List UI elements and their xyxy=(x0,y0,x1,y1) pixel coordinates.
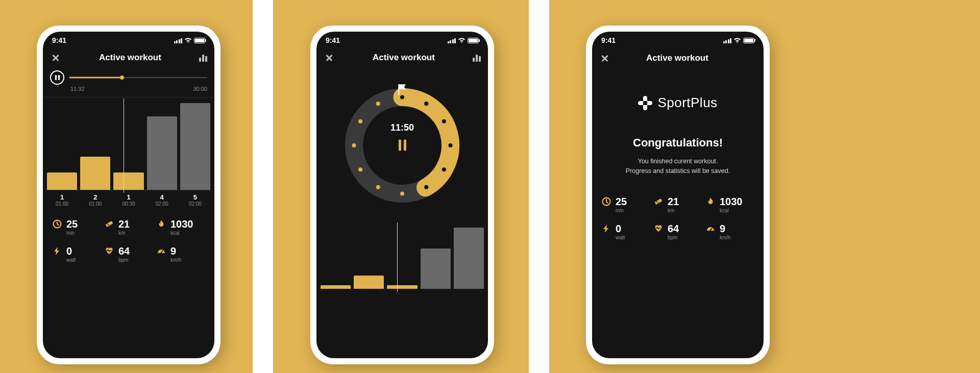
chart-tick: 402:00 xyxy=(147,193,177,207)
bolt-icon xyxy=(52,246,62,256)
interval-chart-mini xyxy=(321,228,484,289)
plus-icon xyxy=(638,96,652,110)
chart-bar xyxy=(321,285,351,289)
signal-icon xyxy=(174,38,183,43)
phone-mockup-3: 9:41 Active workout SportPlus xyxy=(586,26,770,364)
svg-point-13 xyxy=(352,143,356,147)
status-bar: 9:41 xyxy=(43,32,214,46)
wifi-icon xyxy=(184,37,192,43)
svg-point-8 xyxy=(442,167,446,171)
pause-icon[interactable] xyxy=(398,139,406,151)
svg-point-5 xyxy=(424,102,428,106)
page-title: Active workout xyxy=(99,53,161,63)
svg-point-6 xyxy=(442,119,446,123)
svg-point-11 xyxy=(376,185,380,189)
app-header: Active workout xyxy=(592,46,764,69)
stat-clock: 25min xyxy=(52,219,101,236)
chart-bar xyxy=(387,285,417,289)
close-icon[interactable] xyxy=(50,52,61,63)
battery-icon xyxy=(743,38,754,43)
clock-icon xyxy=(52,219,62,229)
svg-point-14 xyxy=(358,119,362,123)
status-indicators xyxy=(448,37,479,43)
congrats-text: You finished curent workout. Progress an… xyxy=(592,157,764,176)
flame-icon xyxy=(156,219,166,229)
stat-speed: 9km/h xyxy=(156,246,205,263)
stat-heart: 64bpm xyxy=(104,246,153,263)
chart-toggle-icon[interactable] xyxy=(199,54,207,62)
svg-point-4 xyxy=(400,95,404,99)
chart-toggle-icon[interactable] xyxy=(473,54,481,62)
app-header: Active workout xyxy=(43,46,214,68)
svg-point-7 xyxy=(448,143,452,147)
heart-icon xyxy=(104,246,114,256)
status-indicators xyxy=(174,37,206,43)
stat-clock: 25min xyxy=(601,196,650,213)
chart-bar xyxy=(180,103,210,190)
ruler-icon xyxy=(653,196,664,207)
signal-icon xyxy=(723,38,732,43)
speed-icon xyxy=(705,223,716,234)
battery-icon xyxy=(468,38,479,43)
status-bar: 9:41 xyxy=(592,32,764,46)
chart-tick: 502:00 xyxy=(180,193,210,207)
chart-tick: 101:00 xyxy=(47,193,77,207)
stat-flame: 1030kcal xyxy=(705,196,754,213)
status-time: 9:41 xyxy=(326,36,340,44)
heart-icon xyxy=(653,223,664,234)
chart-bar xyxy=(47,172,77,190)
progress-current: 11:32 xyxy=(70,86,85,92)
ring-time: 11:50 xyxy=(390,122,414,133)
chart-bar xyxy=(113,172,143,190)
brand-logo: SportPlus xyxy=(592,95,764,111)
wifi-icon xyxy=(733,37,741,43)
flame-icon xyxy=(705,196,716,207)
clock-icon xyxy=(601,196,611,207)
status-bar: 9:41 xyxy=(316,32,488,46)
stat-ruler: 21km xyxy=(653,196,702,213)
chart-bar xyxy=(454,228,484,289)
phone-mockup-1: 9:41 Active workout xyxy=(37,26,220,364)
progress-slider[interactable] xyxy=(69,72,207,83)
stat-bolt: 0watt xyxy=(601,223,650,240)
interval-chart xyxy=(47,104,210,190)
page-title: Active workout xyxy=(646,53,708,63)
congrats-title: Congratulations! xyxy=(592,136,764,150)
ruler-icon xyxy=(104,219,114,229)
svg-point-10 xyxy=(400,191,404,195)
stat-heart: 64bpm xyxy=(653,223,702,240)
stat-bolt: 0watt xyxy=(52,246,101,263)
svg-point-9 xyxy=(424,185,428,189)
speed-icon xyxy=(156,246,166,256)
signal-icon xyxy=(448,38,456,43)
stat-ruler: 21km xyxy=(104,219,153,236)
chart-bar xyxy=(421,248,451,289)
svg-point-12 xyxy=(358,167,362,171)
status-indicators xyxy=(723,37,755,43)
status-time: 9:41 xyxy=(601,36,616,44)
phone-mockup-2: 9:41 Active workout xyxy=(310,26,494,364)
chart-tick: 201:00 xyxy=(80,193,110,207)
wifi-icon xyxy=(458,37,465,43)
stats-grid: 25min 21km 1030kcal 0watt 64bpm 9km/h xyxy=(592,176,764,240)
page-title: Active workout xyxy=(373,53,435,63)
pause-button[interactable] xyxy=(50,70,64,85)
bolt-icon xyxy=(601,223,611,234)
chart-bar xyxy=(80,157,110,190)
battery-icon xyxy=(194,38,205,43)
chart-tick: 100:30 xyxy=(113,193,143,207)
stat-speed: 9km/h xyxy=(705,223,754,240)
stat-flame: 1030kcal xyxy=(156,219,205,236)
app-header: Active workout xyxy=(316,46,488,68)
close-icon[interactable] xyxy=(324,52,335,63)
progress-total: 30:00 xyxy=(193,86,207,92)
svg-point-15 xyxy=(376,102,380,106)
chart-bar xyxy=(147,116,177,190)
stats-grid: 25min 21km 1030kcal 0watt 64bpm 9km/h xyxy=(43,207,214,263)
status-time: 9:41 xyxy=(52,36,66,44)
close-icon[interactable] xyxy=(599,53,610,64)
chart-bar xyxy=(354,276,384,289)
svg-rect-18 xyxy=(643,101,647,105)
